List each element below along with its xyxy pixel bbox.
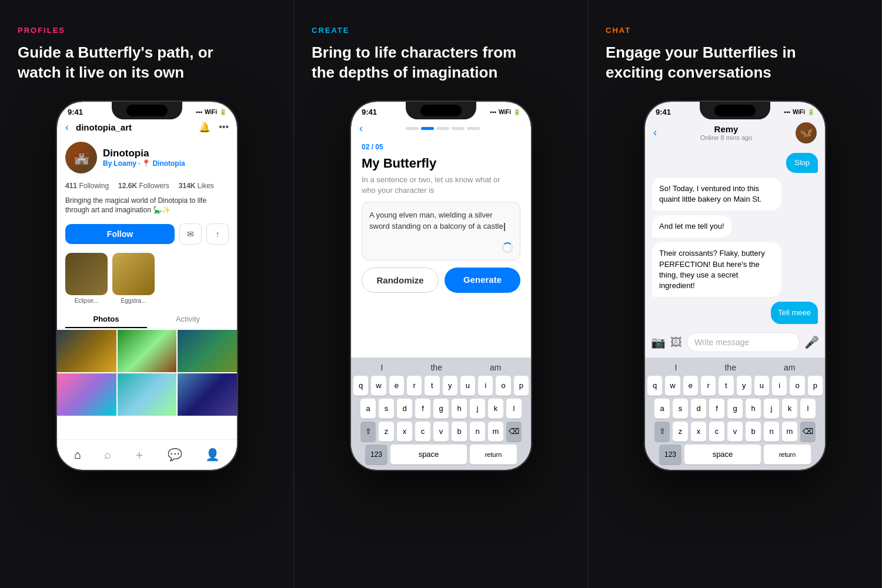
contact-avatar[interactable]: 🦋 (796, 122, 817, 143)
quick-am[interactable]: am (490, 363, 501, 372)
generate-button[interactable]: Generate (445, 268, 520, 293)
key-h[interactable]: h (452, 399, 467, 419)
c3-key-p[interactable]: p (808, 376, 823, 396)
album-2[interactable]: Eggstra... (112, 253, 155, 304)
nav-profile-icon[interactable]: 👤 (205, 447, 220, 462)
c3-key-return[interactable]: return (764, 445, 811, 465)
share-button[interactable]: ↑ (206, 223, 229, 245)
more-icon[interactable]: ••• (219, 122, 229, 132)
key-a[interactable]: a (360, 399, 376, 419)
camera-icon[interactable]: 📷 (651, 335, 666, 349)
c3-key-k[interactable]: k (782, 399, 797, 419)
profiles-panel: PROFILES Guide a Butterfly's path, or wa… (0, 0, 294, 588)
key-i[interactable]: i (478, 376, 493, 396)
c3-key-t[interactable]: t (719, 376, 733, 396)
gallery-icon[interactable]: 🖼 (670, 336, 682, 349)
grid-cell-4[interactable] (57, 373, 116, 416)
quick-the-3[interactable]: the (724, 363, 736, 372)
tab-activity[interactable]: Activity (147, 311, 229, 328)
key-b[interactable]: b (452, 422, 467, 442)
quick-am-3[interactable]: am (784, 363, 795, 372)
grid-cell-6[interactable] (178, 373, 237, 416)
key-w[interactable]: w (371, 376, 386, 396)
c3-key-c[interactable]: c (709, 422, 724, 442)
c3-key-x[interactable]: x (691, 422, 706, 442)
c3-key-l[interactable]: l (800, 399, 816, 419)
randomize-button[interactable]: Randomize (362, 268, 439, 293)
follow-button[interactable]: Follow (65, 224, 175, 244)
key-return[interactable]: return (470, 445, 517, 465)
key-z[interactable]: z (379, 422, 394, 442)
key-c[interactable]: c (415, 422, 430, 442)
key-delete[interactable]: ⌫ (506, 422, 522, 442)
grid-cell-3[interactable] (178, 330, 237, 372)
c3-key-q[interactable]: q (647, 376, 662, 396)
nav-inbox-icon[interactable]: 💬 (168, 447, 182, 462)
key-r[interactable]: r (407, 376, 422, 396)
key-v[interactable]: v (433, 422, 449, 442)
mic-icon[interactable]: 🎤 (804, 335, 819, 349)
c3-key-delete[interactable]: ⌫ (800, 422, 816, 442)
key-e[interactable]: e (389, 376, 404, 396)
dot-1 (406, 127, 419, 130)
quick-the[interactable]: the (430, 363, 442, 372)
c3-key-a[interactable]: a (654, 399, 670, 419)
quick-I[interactable]: I (381, 363, 383, 372)
key-n[interactable]: n (470, 422, 485, 442)
c3-key-h[interactable]: h (746, 399, 761, 419)
key-y[interactable]: y (443, 376, 457, 396)
c3-key-o[interactable]: o (790, 376, 804, 396)
c3-key-i[interactable]: i (772, 376, 787, 396)
c3-key-y[interactable]: y (737, 376, 751, 396)
key-x[interactable]: x (397, 422, 412, 442)
album-1[interactable]: Eclipse... (65, 253, 108, 304)
bell-icon[interactable]: 🔔 (199, 122, 211, 133)
key-f[interactable]: f (415, 399, 430, 419)
key-m[interactable]: m (488, 422, 503, 442)
c3-key-r[interactable]: r (701, 376, 716, 396)
tab-photos[interactable]: Photos (65, 311, 147, 328)
p3-back-icon[interactable]: ‹ (653, 126, 657, 139)
key-o[interactable]: o (496, 376, 510, 396)
key-num[interactable]: 123 (365, 445, 387, 465)
key-shift[interactable]: ⇧ (360, 422, 376, 442)
c3-key-v[interactable]: v (727, 422, 743, 442)
c3-key-f[interactable]: f (709, 399, 724, 419)
key-q[interactable]: q (353, 376, 368, 396)
key-space[interactable]: space (390, 445, 467, 465)
key-p[interactable]: p (514, 376, 529, 396)
c3-key-z[interactable]: z (673, 422, 688, 442)
p2-textarea[interactable]: A young elven man, wielding a silver swo… (362, 202, 520, 260)
c3-key-num[interactable]: 123 (659, 445, 681, 465)
key-s[interactable]: s (379, 399, 394, 419)
c3-key-shift[interactable]: ⇧ (654, 422, 670, 442)
p1-back-icon[interactable]: ‹ (65, 121, 69, 133)
c3-key-u[interactable]: u (754, 376, 769, 396)
c3-key-e[interactable]: e (683, 376, 698, 396)
nav-add-icon[interactable]: ＋ (133, 447, 145, 463)
key-j[interactable]: j (470, 399, 485, 419)
quick-I-3[interactable]: I (675, 363, 677, 372)
grid-cell-2[interactable] (118, 330, 177, 372)
c3-key-s[interactable]: s (673, 399, 688, 419)
grid-cell-5[interactable] (118, 373, 177, 416)
c3-key-space[interactable]: space (684, 445, 761, 465)
c3-key-m[interactable]: m (782, 422, 797, 442)
c3-key-n[interactable]: n (764, 422, 779, 442)
key-t[interactable]: t (425, 376, 439, 396)
message-button[interactable]: ✉ (179, 223, 202, 245)
c3-key-b[interactable]: b (746, 422, 761, 442)
key-l[interactable]: l (506, 399, 522, 419)
grid-cell-1[interactable] (57, 330, 116, 372)
key-d[interactable]: d (397, 399, 412, 419)
nav-home-icon[interactable]: ⌂ (74, 448, 81, 462)
key-g[interactable]: g (433, 399, 449, 419)
c3-key-w[interactable]: w (665, 376, 680, 396)
c3-key-j[interactable]: j (764, 399, 779, 419)
nav-search-icon[interactable]: ⌕ (104, 448, 111, 462)
message-input[interactable]: Write message (687, 332, 800, 352)
key-u[interactable]: u (460, 376, 475, 396)
c3-key-g[interactable]: g (727, 399, 743, 419)
key-k[interactable]: k (488, 399, 503, 419)
c3-key-d[interactable]: d (691, 399, 706, 419)
